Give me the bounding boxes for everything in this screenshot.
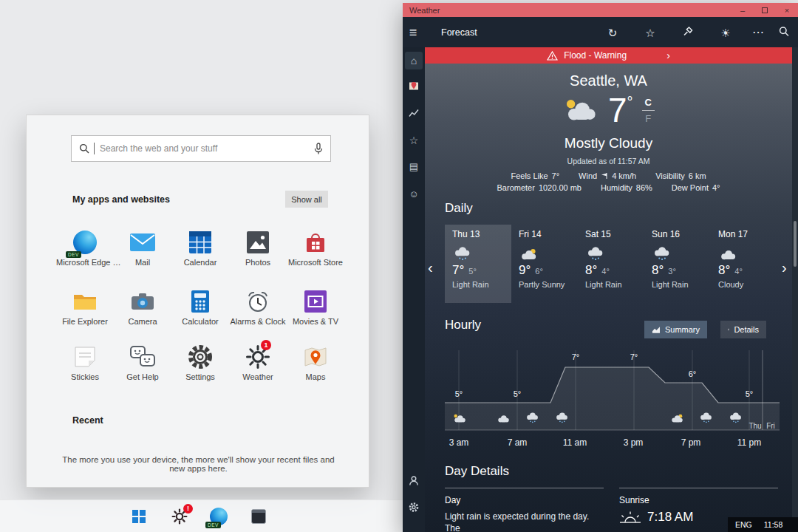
app-tile-stickies[interactable]: Stickies <box>56 343 114 381</box>
app-label: Alarms & Clock <box>229 317 287 326</box>
scrollbar-thumb[interactable] <box>794 221 797 267</box>
maps-icon <box>301 343 330 371</box>
time-axis-label: 11 am <box>563 437 587 448</box>
app-tile-camera[interactable]: Camera <box>114 287 171 326</box>
fahrenheit-toggle[interactable]: F <box>645 111 651 124</box>
app-tile-calendar[interactable]: Calendar <box>171 228 229 267</box>
stickies-icon <box>71 343 99 371</box>
app-tile-alarms[interactable]: Alarms & Clock <box>229 287 287 326</box>
app-tile-settings[interactable]: Settings <box>171 343 229 381</box>
mail-icon <box>129 228 157 256</box>
refresh-icon[interactable]: ↻ <box>608 27 618 38</box>
news-icon[interactable]: ▤ <box>409 162 418 171</box>
details-list-icon <box>728 326 729 333</box>
feedback-smiley-icon[interactable]: ☺ <box>409 189 418 199</box>
alarm-clock-icon <box>244 287 272 316</box>
daily-card-thu[interactable]: Thu 13 7°5° Light Rain <box>445 225 511 303</box>
taskbar-weather-alert-button[interactable]: ! <box>171 508 188 525</box>
hourly-temp-label: 5° <box>746 389 754 398</box>
app-label: Weather <box>229 372 287 381</box>
alert-banner[interactable]: Flood - Warning › <box>425 47 792 64</box>
daily-card-sat[interactable]: Sat 15 8°4° Light Rain <box>578 225 644 303</box>
warning-triangle-icon <box>547 51 558 61</box>
app-label: Microsoft Store <box>287 258 344 267</box>
camera-icon <box>129 287 157 316</box>
home-icon[interactable]: ⌂ <box>411 55 417 66</box>
daily-card-fri[interactable]: Fri 14 9°6° Partly Sunny <box>511 225 578 303</box>
daily-card-mon[interactable]: Mon 17 8°4° Cloudy <box>711 225 777 303</box>
app-tile-edge[interactable]: DEV Microsoft Edge … <box>56 228 114 267</box>
history-chart-icon[interactable] <box>409 108 419 120</box>
favorite-star-icon[interactable]: ☆ <box>645 27 655 38</box>
app-tile-maps[interactable]: Maps <box>287 343 344 381</box>
app-label: File Explorer <box>56 317 114 326</box>
minimize-button[interactable]: – <box>732 3 754 17</box>
start-button[interactable] <box>132 510 146 523</box>
app-label: Movies & TV <box>287 317 344 326</box>
summary-button[interactable]: Summary <box>644 321 707 338</box>
calendar-icon <box>186 228 214 256</box>
app-label: Maps <box>287 372 344 381</box>
maximize-button[interactable] <box>754 3 776 17</box>
hourly-summary-chart: 5° 5° 7° 7° 6° 5° Thu Fri <box>445 347 780 434</box>
updated-text: Updated as of 11:57 AM <box>425 157 792 166</box>
account-person-icon[interactable] <box>409 476 419 488</box>
app-tile-movies[interactable]: Movies & TV <box>287 287 344 326</box>
celsius-toggle[interactable]: C <box>642 97 655 111</box>
search-box[interactable] <box>71 135 331 162</box>
time-axis-label: 3 pm <box>624 437 644 448</box>
file-explorer-icon <box>71 287 99 316</box>
alert-text: Flood - Warning <box>564 50 627 61</box>
app-tile-photos[interactable]: Photos <box>229 228 287 267</box>
taskbar-app-window-button[interactable] <box>251 509 266 524</box>
unit-toggle[interactable]: C F <box>642 97 655 124</box>
hourly-temp-label: 5° <box>455 389 463 398</box>
app-tile-calculator[interactable]: Calculator <box>171 287 229 326</box>
daily-card-sun[interactable]: Sun 16 8°3° Light Rain <box>644 225 711 303</box>
stats-row-2: Barometer1020.00 mb Humidity86% Dew Poin… <box>425 183 792 192</box>
hourly-temp-label: 7° <box>572 352 580 361</box>
current-conditions: 7° C F <box>425 93 792 127</box>
close-button[interactable]: × <box>776 3 798 17</box>
taskbar-edge-button[interactable]: DEV <box>210 508 228 525</box>
light-rain-icon <box>452 245 471 261</box>
menu-icon[interactable]: ≡ <box>409 26 417 39</box>
hourly-temp-label: 7° <box>630 352 638 361</box>
settings-gear-icon[interactable] <box>409 502 420 515</box>
time-axis-label: 7 pm <box>681 437 701 448</box>
alert-chevron-icon[interactable]: › <box>666 50 670 61</box>
scrollbar[interactable] <box>792 47 798 532</box>
more-icon[interactable]: ⋯ <box>752 27 764 38</box>
app-command-bar: ≡ Forecast ↻ ☆ ☀ ⋯ <box>403 17 798 47</box>
daily-next-chevron-icon[interactable]: › <box>782 260 787 275</box>
wind-direction-icon <box>601 172 608 180</box>
brightness-sun-icon[interactable]: ☀ <box>720 27 730 38</box>
time-axis-label: 3 am <box>449 437 469 448</box>
maps-icon[interactable] <box>409 81 419 94</box>
show-all-button[interactable]: Show all <box>285 191 328 208</box>
weather-window: Weather – × ≡ Forecast ↻ ☆ ☀ ⋯ ⌂ <box>403 3 798 532</box>
favorites-star-icon[interactable]: ☆ <box>409 135 419 146</box>
start-menu-panel: My apps and websites Show all DEV Micros… <box>26 115 369 488</box>
search-icon[interactable] <box>779 26 789 38</box>
daily-prev-chevron-icon[interactable]: ‹ <box>428 260 433 275</box>
details-button[interactable]: Details <box>720 321 766 338</box>
app-window-icon <box>251 509 266 524</box>
clock[interactable]: 11:58 <box>764 520 783 529</box>
summary-chart-icon <box>652 326 661 334</box>
app-tile-mail[interactable]: Mail <box>114 228 171 267</box>
app-tile-weather[interactable]: 1 Weather <box>229 343 287 381</box>
taskbar: ! DEV <box>0 499 403 532</box>
pin-icon[interactable] <box>683 26 693 38</box>
desktop: My apps and websites Show all DEV Micros… <box>0 0 798 532</box>
language-indicator[interactable]: ENG <box>735 520 752 529</box>
condition-text: Mostly Cloudy <box>425 135 792 151</box>
app-label: Get Help <box>114 372 171 381</box>
app-tile-file-explorer[interactable]: File Explorer <box>56 287 114 326</box>
stats-row-1: Feels Like7° Wind 4 km/h Visibility6 km <box>425 171 792 180</box>
app-tile-get-help[interactable]: Get Help <box>114 343 171 381</box>
app-tile-store[interactable]: Microsoft Store <box>287 228 344 267</box>
photos-icon <box>244 228 272 256</box>
search-input[interactable] <box>95 143 314 154</box>
microphone-icon[interactable] <box>314 143 323 155</box>
